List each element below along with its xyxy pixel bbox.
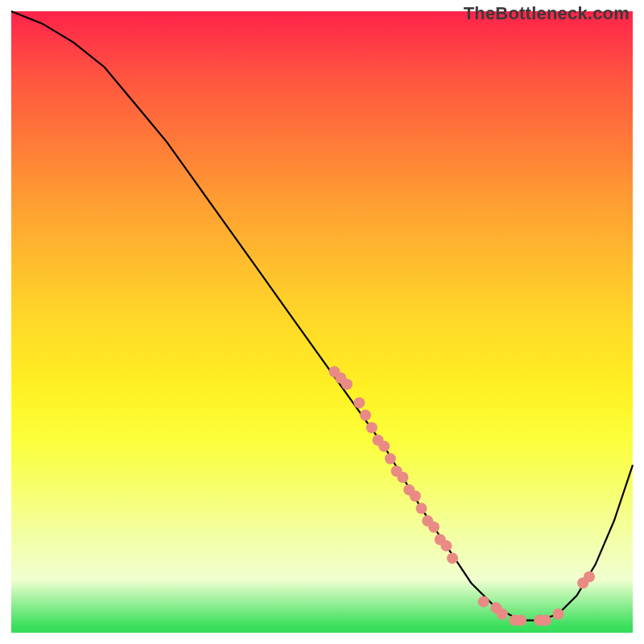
marker-point bbox=[410, 490, 421, 502]
marker-point bbox=[353, 397, 365, 408]
marker-point bbox=[341, 378, 353, 390]
marker-point bbox=[478, 596, 489, 607]
marker-group bbox=[328, 366, 595, 626]
marker-point bbox=[552, 609, 564, 620]
marker-point bbox=[540, 615, 551, 626]
marker-point bbox=[515, 615, 526, 626]
marker-point bbox=[497, 609, 508, 620]
marker-point bbox=[378, 440, 390, 452]
chart-svg bbox=[0, 0, 644, 644]
marker-point bbox=[584, 572, 595, 583]
marker-point bbox=[440, 540, 452, 551]
bottleneck-curve bbox=[11, 11, 633, 621]
marker-point bbox=[428, 522, 440, 533]
marker-point bbox=[366, 422, 378, 433]
marker-point bbox=[447, 552, 458, 564]
marker-point bbox=[360, 410, 371, 421]
marker-point bbox=[416, 503, 427, 514]
marker-point bbox=[397, 472, 408, 483]
chart-container: TheBottleneck.com bbox=[0, 0, 644, 644]
marker-point bbox=[385, 453, 396, 464]
